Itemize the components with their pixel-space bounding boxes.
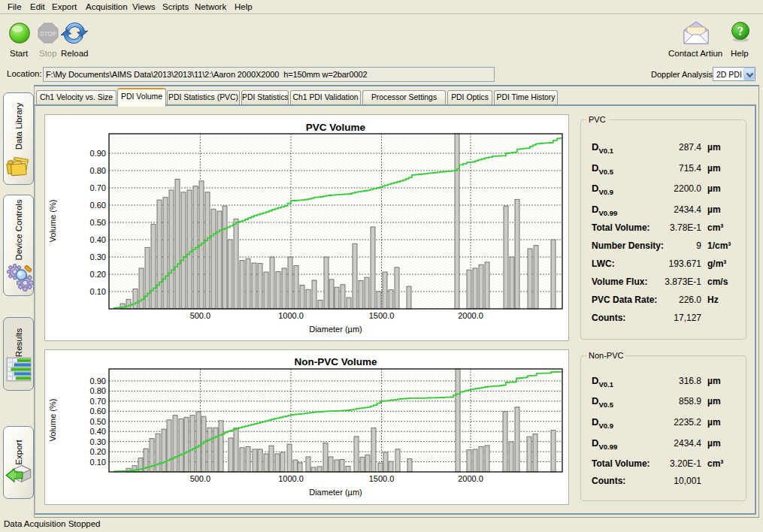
svg-text:PVC Volume: PVC Volume (306, 122, 366, 133)
svg-text:0.20: 0.20 (90, 447, 106, 456)
svg-text:Volume (%): Volume (%) (48, 200, 57, 243)
svg-text:0.80: 0.80 (90, 166, 106, 175)
svg-text:Diameter (µm): Diameter (µm) (309, 325, 362, 334)
svg-text:?: ? (737, 25, 743, 38)
svg-text:2000.0: 2000.0 (458, 474, 483, 483)
svg-text:0.30: 0.30 (90, 437, 106, 446)
svg-text:1500.0: 1500.0 (369, 311, 395, 320)
svg-text:STOP: STOP (40, 31, 57, 38)
svg-text:0.60: 0.60 (90, 201, 106, 210)
svg-text:0.20: 0.20 (90, 270, 106, 279)
svg-text:0.40: 0.40 (90, 427, 106, 436)
svg-text:0.60: 0.60 (90, 407, 106, 416)
svg-text:0.10: 0.10 (90, 287, 106, 296)
svg-text:500.0: 500.0 (190, 474, 211, 483)
svg-text:0.10: 0.10 (90, 458, 106, 467)
svg-text:0.90: 0.90 (90, 376, 106, 385)
svg-text:0.40: 0.40 (90, 235, 106, 244)
svg-text:2000.0: 2000.0 (458, 311, 483, 320)
svg-text:Diameter (µm): Diameter (µm) (309, 488, 362, 497)
svg-text:0.70: 0.70 (90, 397, 106, 406)
svg-text:0.30: 0.30 (90, 252, 106, 261)
svg-text:0.50: 0.50 (90, 417, 106, 426)
svg-text:1500.0: 1500.0 (369, 474, 395, 483)
svg-text:1000.0: 1000.0 (278, 311, 304, 320)
svg-text:Non-PVC Volume: Non-PVC Volume (294, 356, 377, 367)
svg-text:0.70: 0.70 (90, 183, 106, 192)
svg-text:0.50: 0.50 (90, 218, 106, 227)
svg-text:0.90: 0.90 (90, 149, 106, 158)
svg-text:0.80: 0.80 (90, 386, 106, 395)
svg-text:Volume (%): Volume (%) (48, 399, 57, 442)
svg-text:1000.0: 1000.0 (278, 474, 304, 483)
svg-text:500.0: 500.0 (190, 311, 211, 320)
